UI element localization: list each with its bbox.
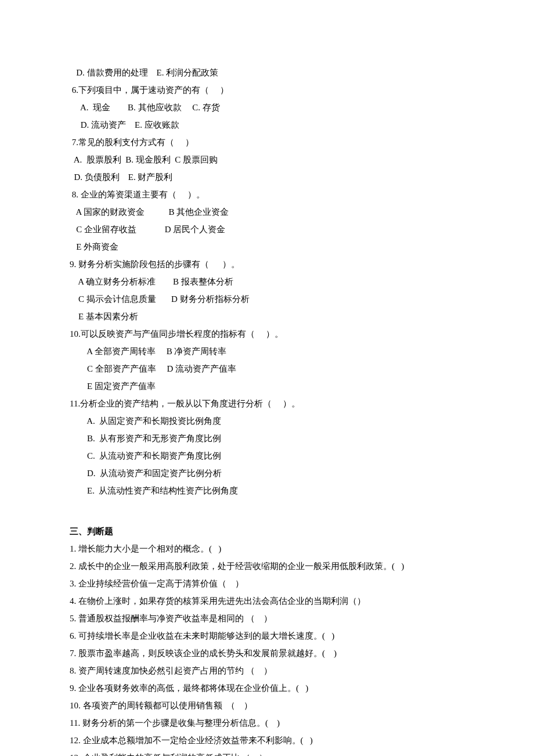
- q7-stem: 7.常见的股利支付方式有（ ）: [70, 134, 464, 151]
- q9-options-ab: A 确立财务分析标准 B 报表整体分析: [70, 273, 464, 290]
- q8-options-e: E 外商资金: [70, 238, 464, 255]
- q8-stem: 8. 企业的筹资渠道主要有（ ）。: [70, 186, 464, 203]
- q10-stem: 10.可以反映资产与产值同步增长程度的指标有（ ）。: [70, 325, 464, 343]
- tf-5: 5. 普通股权益报酬率与净资产收益率是相同的 （ ）: [70, 610, 464, 627]
- q11-option-e: E. 从流动性资产和结构性资产比例角度: [70, 482, 464, 499]
- q11-option-d: D. 从流动资产和固定资产比例分析: [70, 465, 464, 482]
- q10-options-cd: C 全部资产产值率 D 流动资产产值率: [70, 360, 464, 377]
- q11-option-c: C. 从流动资产和长期资产角度比例: [70, 447, 464, 465]
- tf-13: 13. 企业盈利能力的高低与利润的高低成正比 （ ）: [70, 749, 464, 756]
- tf-7: 7. 股票市盈率越高，则反映该企业的成长势头和发展前景就越好。( ): [70, 645, 464, 662]
- q10-options-e: E 固定资产产值率: [70, 377, 464, 395]
- section-3-title: 三、判断题: [70, 523, 464, 540]
- q11-option-b: B. 从有形资产和无形资产角度比例: [70, 430, 464, 447]
- q8-options-cd: C 企业留存收益 D 居民个人资金: [70, 221, 464, 238]
- tf-3: 3. 企业持续经营价值一定高于清算价值（ ）: [70, 575, 464, 592]
- q10-options-ab: A 全部资产周转率 B 净资产周转率: [70, 343, 464, 360]
- q9-options-cd: C 揭示会计信息质量 D 财务分析指标分析: [70, 290, 464, 308]
- q6-options-abc: A. 现金 B. 其他应收款 C. 存货: [70, 99, 464, 116]
- tf-1: 1. 增长能力大小是一个相对的概念。( ): [70, 540, 464, 557]
- q7-options-abc: A. 股票股利 B. 现金股利 C 股票回购: [70, 151, 464, 168]
- q11-option-a: A. 从固定资产和长期投资比例角度: [70, 412, 464, 430]
- q9-stem: 9. 财务分析实施阶段包括的步骤有（ ）。: [70, 255, 464, 273]
- q11-stem: 11.分析企业的资产结构，一般从以下角度进行分析（ ）。: [70, 395, 464, 412]
- tf-6: 6. 可持续增长率是企业收益在未来时期能够达到的最大增长速度。( ): [70, 627, 464, 645]
- q5-options-de: D. 借款费用的处理 E. 利润分配政策: [70, 64, 464, 81]
- tf-8: 8. 资产周转速度加快必然引起资产占用的节约 （ ）: [70, 662, 464, 679]
- q6-options-de: D. 流动资产 E. 应收账款: [70, 116, 464, 134]
- tf-9: 9. 企业各项财务效率的高低，最终都将体现在企业价值上。( ): [70, 679, 464, 697]
- tf-4: 4. 在物价上涨时，如果存货的核算采用先进先出法会高估企业的当期利润（）: [70, 592, 464, 610]
- tf-10: 10. 各项资产的周转额都可以使用销售额 （ ）: [70, 697, 464, 714]
- tf-12: 12. 企业成本总额增加不一定给企业经济效益带来不利影响。( ): [70, 732, 464, 749]
- tf-2: 2. 成长中的企业一般采用高股利政策，处于经营收缩期的企业一般采用低股利政策。(…: [70, 557, 464, 575]
- q6-stem: 6.下列项目中，属于速动资产的有（ ）: [70, 81, 464, 99]
- q7-options-de: D. 负债股利 E. 财产股利: [70, 168, 464, 186]
- q8-options-ab: A 国家的财政资金 B 其他企业资金: [70, 203, 464, 221]
- q9-options-e: E 基本因素分析: [70, 308, 464, 325]
- tf-11: 11. 财务分析的第一个步骤是收集与整理分析信息。( ): [70, 714, 464, 732]
